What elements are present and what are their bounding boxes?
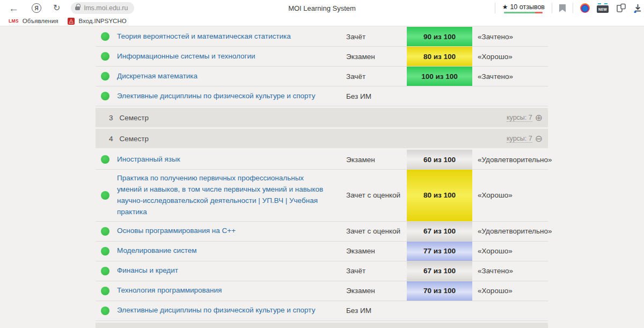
- semester-label: Семестр: [120, 114, 149, 122]
- grade-text: «Хорошо»: [472, 287, 548, 295]
- course-row: Теория вероятностей и математическая ста…: [96, 27, 548, 47]
- bookmark-icon[interactable]: [559, 4, 566, 12]
- bookmark-item-inpsycho[interactable]: Вход.INPSYCHO: [64, 18, 129, 25]
- course-row: Технология программированияЭкзамен70 из …: [96, 281, 548, 301]
- score-cell: 100 из 100: [407, 67, 472, 86]
- dot-wrap: [96, 32, 117, 41]
- grade-text: «Хорошо»: [472, 53, 548, 61]
- yandex-home-icon[interactable]: Я: [32, 3, 41, 13]
- status-dot-icon: [101, 52, 109, 61]
- refresh-icon[interactable]: ↻: [53, 4, 60, 12]
- status-dot-icon: [101, 227, 109, 236]
- status-dot-icon: [101, 267, 109, 275]
- assessment-type: Зачет с оценкой: [346, 227, 407, 235]
- semester-courses-link[interactable]: курсы: 7: [507, 135, 532, 143]
- course-link[interactable]: Моделирование систем: [117, 242, 346, 260]
- course-link[interactable]: Элективные дисциплины по физической куль…: [117, 302, 346, 319]
- score-cell: 70 из 100: [407, 281, 472, 301]
- course-row: Дискретная математикаЗачёт100 из 100«Зач…: [96, 67, 548, 86]
- course-link[interactable]: Финансы и кредит: [117, 262, 346, 280]
- semester-label: Семестр: [120, 135, 149, 143]
- dot-wrap: [96, 155, 117, 164]
- download-icon[interactable]: [634, 3, 642, 13]
- semester-row: 5Семестркурсы: 8⊕: [96, 323, 548, 328]
- inpsycho-favicon: [68, 18, 75, 25]
- assessment-type: Экзамен: [346, 247, 407, 255]
- status-dot-icon: [101, 155, 109, 164]
- dot-wrap: [96, 92, 117, 100]
- new-features-icon[interactable]: NEW: [597, 5, 609, 13]
- divider: [495, 3, 495, 13]
- assessment-type: Зачёт: [346, 33, 407, 41]
- assessment-type: Зачёт: [346, 267, 407, 275]
- grade-text: «Зачтено»: [472, 33, 548, 41]
- course-link[interactable]: Дискретная математика: [117, 68, 346, 85]
- grade-text: «Хорошо»: [472, 247, 548, 255]
- url-text: lms.moi.edu.ru: [84, 4, 128, 12]
- score-cell: 67 из 100: [407, 222, 472, 241]
- dot-wrap: [96, 227, 117, 236]
- course-link[interactable]: Элективные дисциплины по физической куль…: [117, 88, 346, 105]
- grade-text: «Удовлетворительно»: [472, 227, 552, 235]
- lock-icon: [75, 6, 80, 10]
- status-dot-icon: [101, 72, 109, 81]
- status-dot-icon: [101, 191, 109, 200]
- score-cell: 80 из 100: [407, 47, 472, 66]
- course-link[interactable]: Практика по получению первичных професси…: [117, 170, 346, 221]
- bookmark-label: Вход.INPSYCHO: [78, 18, 126, 24]
- star-icon: ★: [502, 3, 508, 11]
- status-dot-icon: [101, 32, 109, 41]
- course-row: Иностранный языкЭкзамен60 из 100«Удовлет…: [96, 150, 548, 170]
- dot-wrap: [96, 307, 117, 315]
- collapse-icon[interactable]: ⊖: [535, 134, 543, 143]
- semester-courses-link[interactable]: курсы: 7: [507, 114, 532, 122]
- grade-text: «Хорошо»: [472, 191, 548, 199]
- dot-wrap: [96, 287, 117, 295]
- score-cell: [407, 86, 472, 106]
- course-row: Практика по получению первичных професси…: [96, 170, 548, 222]
- status-dot-icon: [101, 92, 109, 100]
- score-cell: 80 из 100: [407, 170, 472, 221]
- course-link[interactable]: Иностранный язык: [117, 151, 346, 169]
- course-row: Элективные дисциплины по физической куль…: [96, 301, 548, 321]
- course-link[interactable]: Технология программирования: [117, 282, 346, 300]
- grade-text: «Зачтено»: [472, 267, 548, 275]
- grade-text: «Зачтено»: [472, 72, 548, 81]
- score-cell: 90 из 100: [407, 27, 472, 46]
- bookmarks-bar: LMS Объявления Вход.INPSYCHO: [0, 16, 644, 26]
- toolbar-right-cluster: ★ 10 отзывов NEW: [495, 0, 642, 16]
- reviews-button[interactable]: ★ 10 отзывов: [502, 3, 545, 13]
- status-dot-icon: [101, 287, 109, 295]
- assessment-type: Без ИМ: [346, 92, 407, 100]
- score-cell: 60 из 100: [407, 150, 472, 169]
- grade-text: «Удовлетворительно»: [472, 156, 552, 164]
- course-link[interactable]: Основы программирования на C++: [117, 222, 346, 240]
- assessment-type: Зачёт: [346, 72, 407, 81]
- dot-wrap: [96, 72, 117, 81]
- course-link[interactable]: Теория вероятностей и математическая ста…: [117, 28, 346, 46]
- collections-icon[interactable]: [616, 3, 627, 13]
- score-cell: [407, 301, 472, 320]
- browser-extension-icon[interactable]: [580, 3, 590, 13]
- assessment-type: Экзамен: [346, 287, 407, 295]
- assessment-type: Зачет с оценкой: [346, 191, 407, 199]
- dot-wrap: [96, 191, 117, 200]
- back-icon[interactable]: ←: [9, 3, 19, 13]
- assessment-type: Экзамен: [346, 156, 407, 164]
- expand-icon[interactable]: ⊕: [535, 113, 543, 122]
- semester-number: 4: [109, 135, 113, 143]
- course-row: Основы программирования на C++Зачет с оц…: [96, 222, 548, 242]
- status-dot-icon: [101, 247, 109, 256]
- assessment-type: Без ИМ: [346, 307, 407, 315]
- status-dot-icon: [101, 307, 109, 315]
- grades-table: Теория вероятностей и математическая ста…: [96, 27, 548, 328]
- score-cell: 77 из 100: [407, 242, 472, 261]
- bookmark-item-announcements[interactable]: LMS Объявления: [5, 18, 61, 24]
- course-link[interactable]: Информационные системы и технологии: [117, 48, 346, 65]
- assessment-type: Экзамен: [346, 53, 407, 61]
- divider: [552, 3, 552, 13]
- course-row: Элективные дисциплины по физической куль…: [96, 86, 548, 106]
- lms-favicon: LMS: [9, 18, 19, 24]
- address-bar[interactable]: lms.moi.edu.ru: [71, 2, 134, 14]
- bookmark-label: Объявления: [23, 18, 58, 24]
